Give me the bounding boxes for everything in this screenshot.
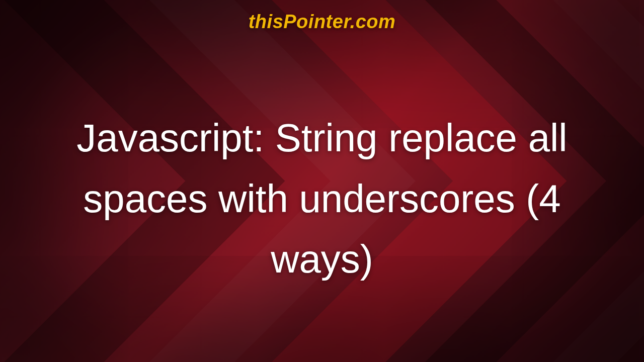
page-title: Javascript: String replace all spaces wi…	[30, 108, 614, 290]
title-container: Javascript: String replace all spaces wi…	[30, 65, 614, 332]
brand-logo: thisPointer.com	[0, 11, 644, 33]
